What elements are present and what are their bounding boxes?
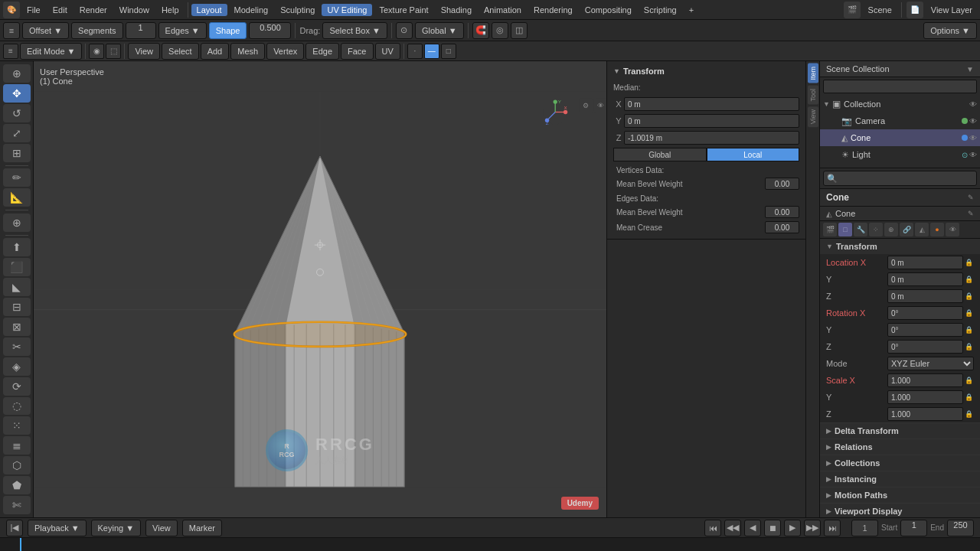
edge-select-icon[interactable]: — xyxy=(424,44,439,59)
tool-transform[interactable]: ⊞ xyxy=(3,144,31,162)
menu-render[interactable]: Render xyxy=(74,4,113,16)
scale-z-input[interactable]: 1.000 xyxy=(887,407,963,421)
xray-toggle[interactable]: ⬚ xyxy=(106,44,121,59)
segments-dropdown[interactable]: Segments xyxy=(71,22,123,39)
edge-menu[interactable]: Edge xyxy=(305,43,339,60)
props-search-input[interactable] xyxy=(823,171,977,186)
playback-dropdown[interactable]: Playback ▼ xyxy=(28,520,87,536)
tool-rotate[interactable]: ↺ xyxy=(3,104,31,122)
scene-filter-icon[interactable]: ▼ xyxy=(966,65,974,73)
tool-inset[interactable]: ⬛ xyxy=(3,258,31,276)
scale-y-lock[interactable]: 🔒 xyxy=(963,393,974,401)
jump-start-btn[interactable]: ⏮ xyxy=(704,520,721,536)
frame-current-input[interactable]: 1 xyxy=(851,520,878,536)
menu-help[interactable]: Help xyxy=(156,4,185,16)
tab-item[interactable]: Item xyxy=(808,64,818,83)
snap-icon[interactable]: 🧲 xyxy=(472,22,489,39)
tool-smooth[interactable]: ◌ xyxy=(3,397,31,416)
overlay-icon[interactable]: ◉ xyxy=(89,44,104,59)
mode-select[interactable]: XYZ Euler xyxy=(887,357,974,370)
workspace-sculpting[interactable]: Sculpting xyxy=(275,4,320,16)
location-y-input[interactable]: 0 m xyxy=(887,272,963,286)
global-button[interactable]: Global xyxy=(613,148,707,161)
edit-mode-dropdown[interactable]: Edit Mode ▼ xyxy=(20,43,82,60)
tool-knife[interactable]: ✂ xyxy=(3,337,31,356)
workspace-uv-editing[interactable]: UV Editing xyxy=(322,4,372,16)
select-menu[interactable]: Select xyxy=(162,43,199,60)
workspace-shading[interactable]: Shading xyxy=(436,4,477,16)
transform-prop-header[interactable]: ▼ Transform xyxy=(820,239,980,254)
collection-item-collection[interactable]: ▼ ▣ Collection 👁 xyxy=(820,96,980,112)
collection-visibility-icon[interactable]: 👁 xyxy=(969,100,977,109)
tool-edge-slide[interactable]: ≣ xyxy=(3,436,31,455)
location-y-lock[interactable]: 🔒 xyxy=(963,276,974,283)
tool-rip[interactable]: ✄ xyxy=(3,496,31,514)
cone-visibility-icon[interactable]: 👁 xyxy=(969,134,977,142)
collection-item-light[interactable]: ☀ Light ⊙ 👁 xyxy=(820,146,980,163)
tab-tool[interactable]: Tool xyxy=(808,86,818,105)
toolbar-mode-icon[interactable]: ≡ xyxy=(3,22,20,39)
tab-view[interactable]: View xyxy=(808,106,818,127)
step-fwd-btn[interactable]: ▶▶ xyxy=(804,520,821,536)
tool-offset-edges[interactable]: ⊠ xyxy=(3,318,31,336)
workspace-scripting[interactable]: Scripting xyxy=(639,4,682,16)
frame-start-icon[interactable]: |◀ xyxy=(6,520,23,536)
viewport[interactable]: User Perspective (1) Cone xyxy=(34,61,606,517)
xray-icon[interactable]: ◫ xyxy=(511,22,528,39)
scale-y-input[interactable]: 1.000 xyxy=(887,390,963,404)
workspace-compositing[interactable]: Compositing xyxy=(580,4,637,16)
viewport-display-header[interactable]: ▶ Viewport Display xyxy=(820,504,980,517)
tool-shrink[interactable]: ⬡ xyxy=(3,456,31,474)
motion-paths-header[interactable]: ▶ Motion Paths xyxy=(820,487,980,503)
face-select-icon[interactable]: □ xyxy=(441,44,456,59)
location-z-lock[interactable]: 🔒 xyxy=(963,292,974,300)
collection-item-cone[interactable]: ◭ Cone 👁 xyxy=(820,129,980,146)
prop-modifier-icon[interactable]: 🔧 xyxy=(854,223,867,236)
rotation-y-input[interactable]: 0° xyxy=(887,323,963,337)
tool-bevel[interactable]: ◣ xyxy=(3,278,31,296)
mesh-menu[interactable]: Mesh xyxy=(230,43,265,60)
jump-end-btn[interactable]: ⏭ xyxy=(824,520,841,536)
rotation-y-lock[interactable]: 🔒 xyxy=(963,326,974,334)
workspace-animation[interactable]: Animation xyxy=(479,4,527,16)
select-box-dropdown[interactable]: Select Box ▼ xyxy=(322,22,387,39)
timeline[interactable]: 1 10 30 50 70 90 110 130 150 170 190 210… xyxy=(0,537,980,551)
z-row[interactable]: Z -1.0019 m xyxy=(613,130,799,145)
end-frame-input[interactable]: 250 xyxy=(947,520,974,536)
workspace-modeling[interactable]: Modeling xyxy=(229,4,274,16)
vertex-menu[interactable]: Vertex xyxy=(266,43,304,60)
add-menu[interactable]: Add xyxy=(201,43,230,60)
scene-search-input[interactable] xyxy=(823,80,977,93)
workspace-rendering[interactable]: Rendering xyxy=(528,4,578,16)
tool-spin[interactable]: ⟳ xyxy=(3,377,31,396)
face-menu[interactable]: Face xyxy=(341,43,373,60)
prop-data-icon[interactable]: ◭ xyxy=(915,223,929,236)
options-button[interactable]: Options ▼ xyxy=(923,22,977,39)
tool-loop-cut[interactable]: ⊟ xyxy=(3,298,31,316)
view-menu[interactable]: View xyxy=(128,43,160,60)
marker-dropdown[interactable]: Marker xyxy=(182,520,222,536)
workspace-add[interactable]: + xyxy=(684,4,699,16)
instancing-header[interactable]: ▶ Instancing xyxy=(820,471,980,487)
prop-object-icon[interactable]: □ xyxy=(838,223,852,236)
play-back-btn[interactable]: ◀ xyxy=(744,520,761,536)
menu-file[interactable]: File xyxy=(21,4,46,16)
tool-random[interactable]: ⁙ xyxy=(3,416,31,435)
relations-header[interactable]: ▶ Relations xyxy=(820,439,980,455)
tool-measure[interactable]: 📐 xyxy=(3,188,31,207)
y-input[interactable]: 0 m xyxy=(624,114,799,128)
workspace-texture-paint[interactable]: Texture Paint xyxy=(374,4,433,16)
local-button[interactable]: Local xyxy=(707,148,800,161)
collection-item-camera[interactable]: 📷 Camera 👁 xyxy=(820,112,980,129)
tool-scale[interactable]: ⤢ xyxy=(3,124,31,142)
timeline-playhead[interactable] xyxy=(20,538,21,551)
uv-menu[interactable]: UV xyxy=(375,43,400,60)
timeline-view-dropdown[interactable]: View xyxy=(145,520,178,536)
y-row[interactable]: Y 0 m xyxy=(613,113,799,129)
tool-shear[interactable]: ⬟ xyxy=(3,476,31,494)
stop-btn[interactable]: ⏹ xyxy=(764,520,781,536)
mean-bevel-edges-value[interactable]: 0.00 xyxy=(765,206,799,218)
x-input[interactable]: 0 m xyxy=(624,97,799,111)
scale-x-lock[interactable]: 🔒 xyxy=(963,377,974,384)
rotation-x-lock[interactable]: 🔒 xyxy=(963,309,974,317)
